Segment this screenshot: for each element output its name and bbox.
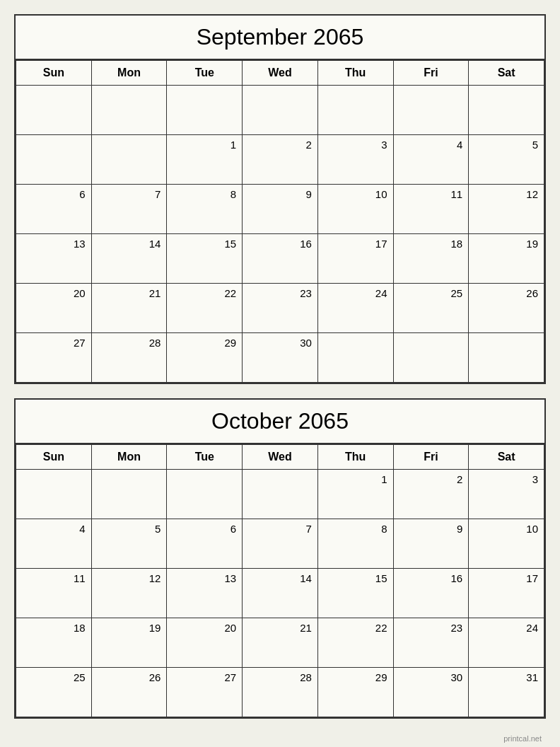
sep-day-2-2: 8 (167, 185, 243, 234)
sep-day-3-6: 19 (469, 234, 544, 284)
sep-day-1-5: 4 (393, 135, 469, 185)
sep-day-5-0: 27 (16, 333, 92, 383)
sep-header-fri: Fri (393, 61, 469, 86)
oct-day-2-6: 17 (469, 569, 544, 618)
oct-day-1-2: 6 (167, 519, 243, 569)
sep-day-3-5: 18 (393, 234, 469, 284)
oct-day-0-6: 3 (469, 470, 544, 519)
oct-day-4-5: 30 (393, 668, 469, 717)
oct-day-1-3: 7 (243, 519, 318, 569)
sep-day-0-0 (16, 86, 92, 135)
oct-header-thu: Thu (317, 445, 393, 470)
sep-day-0-5 (393, 86, 469, 135)
sep-week-2: 6789101112 (16, 185, 544, 234)
sep-week-4: 20212223242526 (16, 284, 544, 333)
oct-header-sat: Sat (469, 445, 544, 470)
sep-day-0-2 (167, 86, 243, 135)
oct-day-2-5: 16 (393, 569, 469, 618)
september-title: September 2065 (16, 16, 544, 60)
sep-day-4-3: 23 (243, 284, 318, 333)
sep-header-thu: Thu (317, 61, 393, 86)
sep-day-5-5 (393, 333, 469, 383)
oct-header-fri: Fri (393, 445, 469, 470)
oct-day-4-1: 26 (91, 668, 167, 717)
oct-day-1-6: 10 (469, 519, 544, 569)
oct-day-4-3: 28 (243, 668, 318, 717)
september-body: 1234567891011121314151617181920212223242… (16, 86, 544, 383)
oct-day-3-1: 19 (91, 618, 167, 668)
oct-week-2: 11121314151617 (16, 569, 544, 618)
sep-day-5-2: 29 (167, 333, 243, 383)
september-grid: Sun Mon Tue Wed Thu Fri Sat 123456789101… (16, 60, 544, 383)
october-calendar: October 2065 Sun Mon Tue Wed Thu Fri Sat… (14, 398, 546, 719)
sep-day-5-1: 28 (91, 333, 167, 383)
oct-day-0-3 (243, 470, 318, 519)
sep-day-3-4: 17 (317, 234, 393, 284)
sep-day-3-1: 14 (91, 234, 167, 284)
sep-day-0-1 (91, 86, 167, 135)
september-calendar: September 2065 Sun Mon Tue Wed Thu Fri S… (14, 14, 546, 384)
oct-day-2-4: 15 (317, 569, 393, 618)
october-title: October 2065 (16, 400, 544, 444)
oct-day-1-4: 8 (317, 519, 393, 569)
sep-day-0-3 (243, 86, 318, 135)
september-header-row: Sun Mon Tue Wed Thu Fri Sat (16, 61, 544, 86)
sep-day-4-6: 26 (469, 284, 544, 333)
sep-day-5-4 (317, 333, 393, 383)
sep-day-2-1: 7 (91, 185, 167, 234)
october-body: 1234567891011121314151617181920212223242… (16, 470, 544, 717)
oct-day-4-2: 27 (167, 668, 243, 717)
oct-day-0-0 (16, 470, 92, 519)
oct-header-tue: Tue (167, 445, 243, 470)
sep-day-1-1 (91, 135, 167, 185)
sep-day-2-4: 10 (317, 185, 393, 234)
oct-day-1-5: 9 (393, 519, 469, 569)
sep-header-sun: Sun (16, 61, 92, 86)
sep-week-3: 13141516171819 (16, 234, 544, 284)
oct-day-3-2: 20 (167, 618, 243, 668)
sep-day-0-4 (317, 86, 393, 135)
oct-week-0: 123 (16, 470, 544, 519)
sep-day-1-0 (16, 135, 92, 185)
sep-day-2-5: 11 (393, 185, 469, 234)
sep-day-4-5: 25 (393, 284, 469, 333)
oct-header-sun: Sun (16, 445, 92, 470)
sep-day-2-0: 6 (16, 185, 92, 234)
oct-day-0-5: 2 (393, 470, 469, 519)
oct-day-2-0: 11 (16, 569, 92, 618)
sep-day-4-4: 24 (317, 284, 393, 333)
sep-day-1-6: 5 (469, 135, 544, 185)
sep-week-1: 12345 (16, 135, 544, 185)
oct-day-0-4: 1 (317, 470, 393, 519)
october-header-row: Sun Mon Tue Wed Thu Fri Sat (16, 445, 544, 470)
oct-day-1-1: 5 (91, 519, 167, 569)
oct-week-1: 45678910 (16, 519, 544, 569)
oct-day-2-2: 13 (167, 569, 243, 618)
watermark: printcal.net (14, 733, 546, 744)
oct-day-4-6: 31 (469, 668, 544, 717)
oct-header-mon: Mon (91, 445, 167, 470)
sep-day-1-3: 2 (243, 135, 318, 185)
oct-day-3-6: 24 (469, 618, 544, 668)
oct-day-0-1 (91, 470, 167, 519)
oct-day-2-1: 12 (91, 569, 167, 618)
oct-day-3-4: 22 (317, 618, 393, 668)
sep-day-3-2: 15 (167, 234, 243, 284)
oct-day-1-0: 4 (16, 519, 92, 569)
sep-day-5-6 (469, 333, 544, 383)
oct-header-wed: Wed (243, 445, 318, 470)
sep-header-mon: Mon (91, 61, 167, 86)
oct-day-0-2 (167, 470, 243, 519)
sep-day-3-3: 16 (243, 234, 318, 284)
sep-day-1-2: 1 (167, 135, 243, 185)
sep-day-3-0: 13 (16, 234, 92, 284)
sep-day-4-0: 20 (16, 284, 92, 333)
sep-day-1-4: 3 (317, 135, 393, 185)
oct-day-4-0: 25 (16, 668, 92, 717)
oct-week-3: 18192021222324 (16, 618, 544, 668)
sep-day-5-3: 30 (243, 333, 318, 383)
sep-day-0-6 (469, 86, 544, 135)
sep-day-4-2: 22 (167, 284, 243, 333)
oct-day-3-0: 18 (16, 618, 92, 668)
sep-header-sat: Sat (469, 61, 544, 86)
